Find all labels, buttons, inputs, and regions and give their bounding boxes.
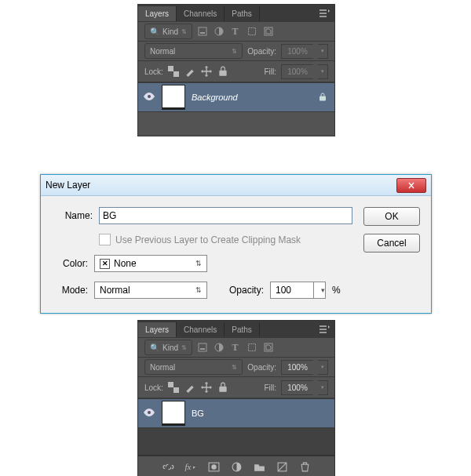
tab-layers[interactable]: Layers	[138, 5, 177, 21]
mode-label: Mode:	[52, 285, 88, 296]
panel-menu-icon[interactable]	[314, 5, 334, 22]
lock-position-icon[interactable]	[201, 66, 212, 77]
lock-all-icon[interactable]	[217, 382, 228, 393]
delete-layer-icon[interactable]	[299, 461, 311, 473]
smart-filter-icon[interactable]	[263, 27, 273, 37]
dialog-fields: Name: Use Previous Layer to Create Clipp…	[52, 207, 352, 299]
search-icon: 🔍	[150, 343, 159, 352]
svg-rect-3	[248, 28, 255, 35]
mode-dropdown[interactable]: Normal ⇅	[94, 282, 207, 299]
lock-transparency-icon[interactable]	[168, 382, 179, 393]
svg-rect-15	[168, 382, 173, 387]
svg-rect-6	[173, 71, 179, 77]
color-label: Color:	[52, 258, 88, 269]
svg-point-18	[148, 411, 151, 414]
lock-pixels-icon[interactable]	[184, 382, 195, 393]
filter-row: 🔍Kind⇅ T	[138, 22, 334, 42]
panel-menu-icon[interactable]	[314, 321, 334, 338]
lock-transparency-icon[interactable]	[168, 66, 179, 77]
fill-label: Fill:	[264, 67, 276, 76]
pixel-filter-icon[interactable]	[197, 27, 207, 37]
blend-mode-value: Normal	[150, 363, 175, 372]
panel-tabbar: Layers Channels Paths	[138, 321, 334, 338]
svg-rect-11	[200, 348, 205, 350]
name-input[interactable]	[99, 207, 352, 224]
filter-type-dropdown[interactable]: 🔍Kind⇅	[144, 340, 192, 355]
layer-name[interactable]: BG	[192, 409, 204, 418]
filter-label: Kind	[162, 27, 178, 36]
opacity-input[interactable]: 100	[270, 282, 314, 299]
tab-channels[interactable]: Channels	[177, 6, 225, 21]
fill-stepper[interactable]: ▾	[318, 380, 328, 395]
cancel-button[interactable]: Cancel	[363, 234, 420, 253]
layer-row-background[interactable]: Background	[138, 82, 334, 112]
opacity-stepper[interactable]: ▾	[318, 360, 328, 375]
tab-layers[interactable]: Layers	[138, 322, 177, 337]
link-layers-icon[interactable]	[162, 461, 174, 473]
chevron-icon: ⇅	[181, 28, 187, 35]
type-filter-icon[interactable]: T	[230, 343, 240, 353]
opacity-value[interactable]: 100%	[281, 44, 313, 59]
blend-mode-dropdown[interactable]: Normal⇅	[144, 43, 243, 59]
opacity-stepper[interactable]: ▾	[318, 44, 328, 59]
tab-paths[interactable]: Paths	[225, 6, 260, 21]
layers-panel-before: Layers Channels Paths 🔍Kind⇅ T Normal⇅ O…	[137, 4, 335, 136]
color-value: None	[114, 258, 137, 269]
visibility-icon[interactable]	[143, 93, 155, 102]
adjustment-layer-icon[interactable]	[231, 461, 243, 473]
shape-filter-icon[interactable]	[246, 27, 257, 37]
tab-paths[interactable]: Paths	[225, 322, 260, 337]
fill-stepper[interactable]: ▾	[318, 64, 328, 79]
layer-name[interactable]: Background	[192, 93, 238, 102]
layer-thumbnail[interactable]	[162, 85, 185, 110]
layers-panel-after: Layers Channels Paths 🔍Kind⇅ T Normal⇅ O…	[137, 320, 335, 476]
filter-type-dropdown[interactable]: 🔍Kind⇅	[144, 24, 192, 39]
close-button[interactable]	[396, 178, 426, 193]
new-layer-icon[interactable]	[276, 461, 288, 473]
lock-all-icon[interactable]	[217, 66, 228, 77]
filter-icons: T	[197, 343, 273, 353]
svg-rect-1	[200, 32, 205, 34]
panel-footer: fx▾	[138, 456, 334, 476]
adjustment-filter-icon[interactable]	[214, 27, 224, 37]
opacity-stepper[interactable]: ▾	[314, 282, 326, 299]
svg-rect-10	[199, 343, 206, 351]
layer-style-icon[interactable]: fx▾	[185, 461, 197, 473]
lock-pixels-icon[interactable]	[184, 66, 195, 77]
blend-mode-dropdown[interactable]: Normal⇅	[144, 359, 243, 375]
layer-mask-icon[interactable]	[208, 461, 220, 473]
blend-row: Normal⇅ Opacity: 100%▾	[138, 358, 334, 376]
clipping-mask-checkbox	[99, 234, 111, 245]
fill-label: Fill:	[264, 383, 276, 392]
svg-rect-13	[248, 344, 255, 351]
dialog-titlebar[interactable]: New Layer	[41, 175, 431, 196]
empty-layer-area	[138, 428, 334, 456]
new-group-icon[interactable]	[254, 461, 265, 473]
layer-thumbnail[interactable]	[162, 401, 185, 426]
filter-icons: T	[197, 27, 273, 37]
filter-row: 🔍Kind⇅ T	[138, 338, 334, 358]
chevron-icon: ⇅	[195, 286, 202, 294]
opacity-label: Opacity:	[247, 363, 276, 372]
type-filter-icon[interactable]: T	[230, 27, 240, 37]
ok-button[interactable]: OK	[363, 207, 420, 226]
opacity-value[interactable]: 100%	[281, 360, 313, 375]
pixel-filter-icon[interactable]	[197, 343, 207, 353]
fill-value[interactable]: 100%	[281, 64, 313, 79]
smart-filter-icon[interactable]	[263, 343, 273, 353]
opacity-label: Opacity:	[229, 285, 264, 296]
new-layer-dialog: New Layer Name: Use Previous Layer to Cr…	[40, 174, 432, 314]
blend-mode-value: Normal	[150, 47, 175, 56]
svg-rect-9	[319, 96, 326, 100]
tab-channels[interactable]: Channels	[177, 322, 225, 337]
fill-value[interactable]: 100%	[281, 380, 313, 395]
adjustment-filter-icon[interactable]	[214, 343, 224, 353]
shape-filter-icon[interactable]	[246, 343, 257, 353]
visibility-icon[interactable]	[143, 409, 155, 418]
lock-indicator-icon[interactable]	[316, 93, 330, 103]
mode-value: Normal	[100, 285, 130, 296]
lock-position-icon[interactable]	[201, 382, 212, 393]
color-dropdown[interactable]: ✕ None ⇅	[94, 255, 207, 272]
percent-label: %	[332, 285, 341, 296]
layer-row-bg[interactable]: BG	[138, 398, 334, 428]
